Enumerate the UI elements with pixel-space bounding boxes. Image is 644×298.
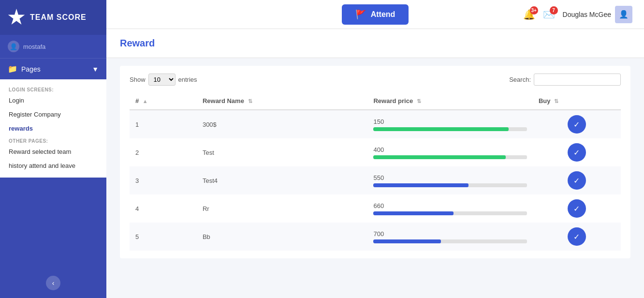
progress-bar-bg bbox=[373, 155, 527, 159]
cell-name: Bb bbox=[197, 223, 368, 251]
bell-notification[interactable]: 🔔 3+ bbox=[523, 9, 535, 20]
progress-bar-bg bbox=[373, 211, 527, 215]
show-label: Show bbox=[130, 76, 146, 83]
table-container: Show 10 25 50 100 entries Search: bbox=[120, 66, 630, 258]
cell-name: Rr bbox=[197, 194, 368, 223]
buy-button[interactable]: ✓ bbox=[568, 199, 586, 218]
sidebar-user: 👤 mostafa bbox=[0, 35, 106, 59]
progress-bar-bg bbox=[373, 239, 527, 243]
buy-button[interactable]: ✓ bbox=[568, 227, 586, 246]
sidebar-item-reward-selected-team[interactable]: Reward selected team bbox=[0, 145, 106, 159]
sidebar-collapse-button[interactable]: ‹ bbox=[46, 276, 60, 290]
cell-num: 4 bbox=[130, 194, 197, 223]
user-profile[interactable]: Douglas McGee 👤 bbox=[563, 6, 632, 23]
buy-button[interactable]: ✓ bbox=[568, 171, 586, 190]
table-controls: Show 10 25 50 100 entries Search: bbox=[130, 74, 621, 86]
mail-notification[interactable]: ✉️ 7 bbox=[543, 9, 555, 20]
folder-icon: 📁 bbox=[8, 64, 17, 74]
progress-bar-fill bbox=[373, 155, 505, 159]
sidebar-title: TEAM SCORE bbox=[30, 13, 87, 22]
table-row: 4 Rr 660 ✓ bbox=[130, 194, 621, 223]
main-area: 🚩 Attend 🔔 3+ ✉️ 7 Douglas McGee 👤 Rewar… bbox=[106, 0, 644, 298]
progress-bar-fill bbox=[373, 183, 468, 187]
cell-num: 2 bbox=[130, 138, 197, 166]
show-entries-control: Show 10 25 50 100 entries bbox=[130, 74, 197, 86]
col-reward-price[interactable]: Reward price ⇅ bbox=[367, 92, 532, 110]
cell-price: 400 bbox=[367, 138, 532, 166]
login-section-label: LOGIN SCREENS: bbox=[0, 84, 106, 93]
chevron-down-icon: ▼ bbox=[92, 65, 99, 73]
user-name: Douglas McGee bbox=[563, 11, 611, 18]
sidebar-header: TEAM SCORE bbox=[0, 0, 106, 35]
col-buy[interactable]: Buy ⇅ bbox=[533, 92, 621, 110]
cell-price: 660 bbox=[367, 194, 532, 223]
avatar: 👤 bbox=[615, 6, 632, 23]
col-reward-name[interactable]: Reward Name ⇅ bbox=[197, 92, 368, 110]
cell-buy: ✓ bbox=[533, 223, 621, 251]
sidebar-item-history[interactable]: history attend and leave bbox=[0, 159, 106, 173]
col-num[interactable]: # ▲ bbox=[130, 92, 197, 110]
sidebar-collapse-area: ‹ bbox=[0, 268, 106, 298]
table-body: 1 300$ 150 ✓ 2 Test 400 bbox=[130, 110, 621, 251]
cell-name: 300$ bbox=[197, 110, 368, 138]
progress-bar-fill bbox=[373, 127, 508, 131]
sidebar-pages-toggle[interactable]: 📁 Pages ▼ bbox=[0, 59, 106, 79]
table-row: 1 300$ 150 ✓ bbox=[130, 110, 621, 138]
flag-icon: 🚩 bbox=[355, 9, 366, 20]
cell-name: Test bbox=[197, 138, 368, 166]
sidebar-username: mostafa bbox=[23, 43, 45, 50]
sidebar-pages-label: Pages bbox=[21, 65, 41, 73]
table-row: 5 Bb 700 ✓ bbox=[130, 223, 621, 251]
sidebar-item-rewards[interactable]: rewards bbox=[0, 121, 106, 135]
table-header-row: # ▲ Reward Name ⇅ Reward price ⇅ Buy ⇅ bbox=[130, 92, 621, 110]
star-logo-icon bbox=[8, 9, 25, 26]
attend-label: Attend bbox=[371, 10, 395, 19]
mail-badge: 7 bbox=[550, 6, 558, 15]
cell-name: Test4 bbox=[197, 166, 368, 194]
bell-badge: 3+ bbox=[530, 6, 538, 15]
reward-table: # ▲ Reward Name ⇅ Reward price ⇅ Buy ⇅ 1… bbox=[130, 92, 621, 251]
content-area: Reward Show 10 25 50 100 entries Search: bbox=[106, 29, 644, 298]
cell-num: 1 bbox=[130, 110, 197, 138]
entries-label: entries bbox=[178, 76, 197, 83]
entries-select[interactable]: 10 25 50 100 bbox=[148, 74, 176, 86]
progress-bar-bg bbox=[373, 183, 527, 187]
cell-price: 700 bbox=[367, 223, 532, 251]
table-row: 2 Test 400 ✓ bbox=[130, 138, 621, 166]
sidebar-item-login[interactable]: Login bbox=[0, 93, 106, 107]
sidebar: TEAM SCORE 👤 mostafa 📁 Pages ▼ LOGIN SCR… bbox=[0, 0, 106, 298]
cell-num: 3 bbox=[130, 166, 197, 194]
search-label: Search: bbox=[509, 76, 531, 83]
topbar: 🚩 Attend 🔔 3+ ✉️ 7 Douglas McGee 👤 bbox=[106, 0, 644, 29]
cell-buy: ✓ bbox=[533, 194, 621, 223]
cell-price: 150 bbox=[367, 110, 532, 138]
cell-buy: ✓ bbox=[533, 138, 621, 166]
progress-bar-bg bbox=[373, 127, 527, 131]
other-section-label: OTHER PAGES: bbox=[0, 135, 106, 145]
buy-button[interactable]: ✓ bbox=[568, 115, 586, 134]
sidebar-item-register-company[interactable]: Register Company bbox=[0, 107, 106, 121]
sidebar-submenu: LOGIN SCREENS: Login Register Company re… bbox=[0, 79, 106, 178]
user-icon: 👤 bbox=[8, 41, 19, 52]
table-row: 3 Test4 550 ✓ bbox=[130, 166, 621, 194]
page-title: Reward bbox=[106, 29, 644, 58]
cell-buy: ✓ bbox=[533, 166, 621, 194]
search-wrap: Search: bbox=[509, 74, 621, 86]
attend-button[interactable]: 🚩 Attend bbox=[342, 4, 409, 25]
search-input[interactable] bbox=[534, 74, 621, 86]
progress-bar-fill bbox=[373, 239, 441, 243]
buy-button[interactable]: ✓ bbox=[568, 143, 586, 162]
cell-buy: ✓ bbox=[533, 110, 621, 138]
progress-bar-fill bbox=[373, 211, 453, 215]
cell-price: 550 bbox=[367, 166, 532, 194]
cell-num: 5 bbox=[130, 223, 197, 251]
collapse-icon: ‹ bbox=[52, 279, 55, 287]
